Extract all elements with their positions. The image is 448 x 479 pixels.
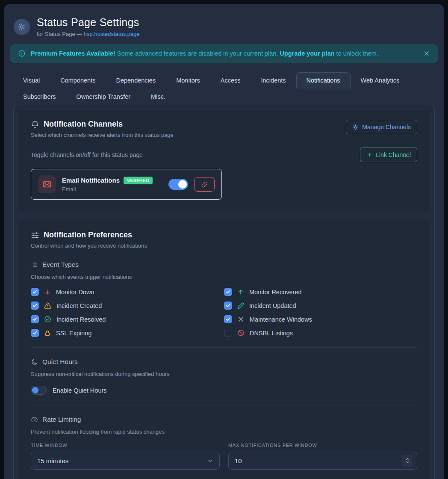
channel-toggle[interactable] [168, 179, 188, 190]
checkbox-monitor-down[interactable] [31, 288, 39, 296]
notification-preferences-card: Notification Preferences Control when an… [18, 220, 430, 479]
gauge-icon [31, 416, 38, 423]
tab-components[interactable]: Components [50, 72, 106, 89]
pencil-icon [237, 302, 244, 309]
bell-icon [31, 120, 39, 129]
event-types-grid: Monitor Down Monitor Recovered [31, 288, 417, 337]
prohibited-icon [237, 329, 245, 337]
preferences-title-row: Notification Preferences [31, 231, 417, 240]
tab-notifications[interactable]: Notifications [296, 72, 351, 89]
tab-monitors[interactable]: Monitors [166, 72, 210, 89]
quiet-hours-heading-row: Quiet Hours [31, 358, 417, 366]
checkbox-monitor-recovered[interactable] [224, 288, 232, 296]
quiet-hours-heading: Quiet Hours [42, 358, 78, 366]
status-page-link[interactable]: hsp.hostedstatus.page [84, 31, 140, 37]
channel-card-email: Email Notifications VERIFIED Email [31, 169, 222, 200]
page-header: Status Page Settings for Status Page — h… [10, 10, 438, 44]
checkbox-incident-updated[interactable] [224, 302, 232, 310]
page-subtitle: for Status Page — hsp.hostedstatus.page [37, 31, 140, 37]
verified-badge: VERIFIED [124, 177, 153, 184]
channel-type: Email [62, 186, 153, 192]
event-types-heading: Event Types [42, 261, 79, 269]
tab-misc[interactable]: Misc. [141, 89, 176, 105]
unlink-channel-button[interactable] [194, 177, 215, 192]
rate-limiting-subtitle: Prevent notification flooding from rapid… [31, 429, 417, 435]
checkbox-incident-resolved[interactable] [31, 315, 39, 323]
manage-channels-button[interactable]: Manage Channels [346, 120, 417, 134]
channel-name: Email Notifications [62, 177, 120, 184]
tab-visual[interactable]: Visual [13, 72, 50, 89]
preferences-subtitle: Control when and how you receive notific… [31, 242, 417, 249]
check-circle-icon [44, 316, 51, 323]
event-dnsbl-listings: DNSBL Listings [224, 329, 417, 337]
tab-incidents[interactable]: Incidents [251, 72, 296, 89]
premium-banner-text: Premium Features Available! Some advance… [31, 50, 378, 57]
quiet-hours-toggle-label: Enable Quiet Hours [53, 387, 107, 394]
event-incident-created: Incident Created [31, 302, 224, 310]
time-window-label: TIME WINDOW [31, 443, 220, 448]
max-notifications-label: MAX NOTIFICATIONS PER WINDOW [228, 443, 417, 448]
mail-icon [38, 175, 56, 193]
tab-web-analytics[interactable]: Web Analytics [351, 72, 410, 89]
event-monitor-down: Monitor Down [31, 288, 224, 296]
event-types-subtitle: Choose which events trigger notification… [31, 274, 417, 280]
event-maintenance-windows: Maintenance Windows [224, 315, 417, 323]
info-icon [18, 50, 26, 57]
event-monitor-recovered: Monitor Recovered [224, 288, 417, 296]
list-icon [31, 261, 38, 269]
quiet-hours-subtitle: Suppress non-critical notifications duri… [31, 371, 417, 377]
gear-icon [14, 19, 30, 35]
lock-icon [44, 330, 51, 337]
settings-tabs: Visual Components Dependencies Monitors … [10, 72, 438, 105]
link-icon [201, 181, 208, 188]
checkbox-dnsbl-listings[interactable] [224, 329, 232, 337]
premium-banner: Premium Features Available! Some advance… [10, 44, 438, 63]
max-notifications-input[interactable]: 10 [228, 452, 417, 470]
plus-icon [366, 152, 372, 158]
tab-ownership-transfer[interactable]: Ownership Transfer [66, 89, 141, 105]
tab-subscribers[interactable]: Subscribers [13, 89, 66, 105]
app-shell: Status Page Settings for Status Page — h… [4, 4, 444, 479]
tab-dependencies[interactable]: Dependencies [106, 72, 166, 89]
channels-title: Notification Channels [44, 120, 123, 129]
arrow-up-icon [237, 289, 244, 296]
notification-channels-card: Notification Channels Select which chann… [18, 109, 430, 211]
chevron-down-icon [207, 458, 213, 464]
toggle-hint: Toggle channels on/off for this status p… [31, 151, 143, 158]
checkbox-incident-created[interactable] [31, 302, 39, 310]
rate-limiting-heading: Rate Limiting [42, 416, 81, 423]
page-title: Status Page Settings [37, 16, 140, 29]
arrow-down-icon [44, 289, 51, 296]
close-icon[interactable] [423, 50, 430, 57]
tab-access[interactable]: Access [210, 72, 251, 89]
channels-subtitle: Select which channels receive alerts fro… [31, 132, 174, 138]
upgrade-plan-link[interactable]: Upgrade your plan [280, 50, 334, 57]
quiet-hours-toggle[interactable] [31, 386, 47, 395]
warning-icon [44, 302, 51, 309]
event-incident-updated: Incident Updated [224, 302, 417, 310]
divider [31, 347, 417, 348]
notifications-panel: Notification Channels Select which chann… [13, 105, 435, 479]
event-ssl-expiring: SSL Expiring [31, 329, 224, 337]
link-channel-button[interactable]: Link Channel [360, 148, 417, 162]
event-incident-resolved: Incident Resolved [31, 315, 224, 323]
preferences-title: Notification Preferences [44, 231, 132, 240]
rate-limiting-heading-row: Rate Limiting [31, 416, 417, 423]
moon-icon [31, 358, 38, 366]
time-window-select[interactable]: 15 minutes [31, 452, 220, 470]
sliders-icon [31, 231, 39, 240]
checkbox-ssl-expiring[interactable] [31, 329, 39, 337]
channels-title-row: Notification Channels [31, 120, 174, 129]
stepper-icon[interactable] [402, 455, 413, 467]
tools-icon [237, 316, 245, 323]
checkbox-maintenance-windows[interactable] [224, 315, 232, 323]
event-types-heading-row: Event Types [31, 261, 417, 269]
divider [31, 405, 417, 405]
gear-icon [352, 124, 359, 130]
